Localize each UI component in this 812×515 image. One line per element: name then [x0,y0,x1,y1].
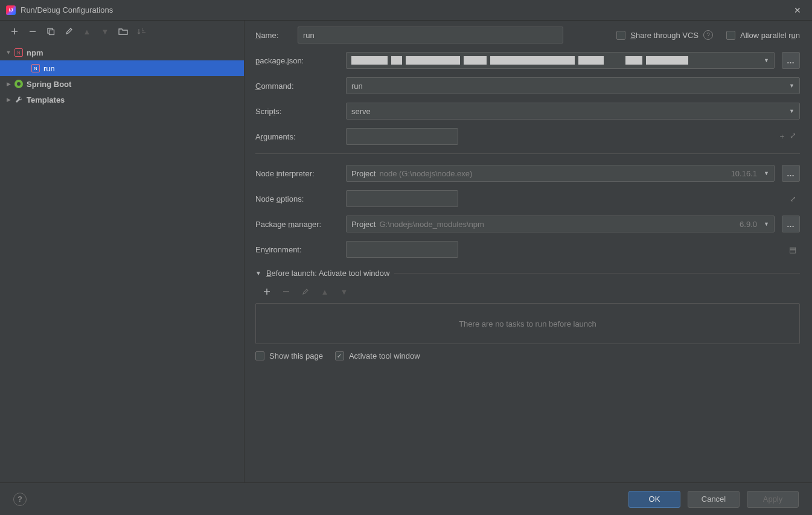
scripts-select[interactable]: serve ▼ [346,103,800,120]
checkbox-icon [726,31,735,40]
command-value: run [351,82,363,91]
wrench-icon [13,95,24,104]
share-vcs-checkbox[interactable]: Share through VCS ? [616,30,713,40]
move-up-button[interactable]: ▲ [78,23,95,40]
svg-rect-1 [50,30,54,35]
copy-config-button[interactable] [42,23,59,40]
parallel-run-checkbox[interactable]: Allow parallel run [726,31,800,40]
move-down-button[interactable]: ▼ [97,23,113,40]
node-interpreter-label: Node interpreter: [255,169,339,178]
tree-node-label: Templates [27,95,65,104]
tree-node-templates[interactable]: ▶ Templates [0,92,244,107]
chevron-down-icon: ▼ [789,108,794,114]
environment-input[interactable] [346,241,458,258]
checkbox-icon [255,351,264,360]
config-form: Name: Share through VCS ? Allow parallel… [245,21,812,482]
node-interpreter-prefix: Project [351,169,376,178]
add-task-button[interactable] [260,285,273,298]
window-title: Run/Debug Configurations [21,5,789,14]
help-icon[interactable]: ? [703,30,713,40]
browse-button[interactable]: … [782,165,800,182]
before-launch-label: Before launch: Activate tool window [266,269,390,278]
add-icon[interactable]: ＋ [778,131,786,142]
ok-button[interactable]: OK [628,491,680,508]
chevron-down-icon: ▼ [789,83,794,89]
empty-tasks-placeholder: There are no tasks to run before launch [255,303,800,344]
browse-button[interactable]: … [782,216,800,232]
expand-icon[interactable]: ⤢ [790,131,796,142]
chevron-right-icon: ▶ [4,97,13,103]
package-manager-prefix: Project [351,220,376,229]
checkbox-icon [616,31,625,40]
command-select[interactable]: run ▼ [346,77,800,94]
tree-node-npm[interactable]: ▼ N npm [0,45,244,60]
node-options-input[interactable] [346,190,458,207]
remove-config-button[interactable] [24,23,41,40]
activate-tool-window-checkbox[interactable]: Activate tool window [335,351,420,360]
edit-task-button[interactable] [299,285,312,298]
tree-node-label: run [43,64,55,73]
tree-node-label: Spring Boot [27,80,71,89]
command-label: Command: [255,82,339,91]
move-task-up-button[interactable]: ▲ [318,285,331,298]
show-this-page-checkbox[interactable]: Show this page [255,351,323,360]
add-config-button[interactable] [6,23,23,40]
activate-tool-window-label: Activate tool window [349,351,420,360]
redacted-path [347,53,756,68]
node-interpreter-version: 10.16.1 [731,169,757,178]
npm-icon: N [13,48,24,57]
edit-defaults-button[interactable] [60,23,77,40]
arguments-input[interactable] [346,128,458,145]
share-vcs-label: Share through VCS [630,31,699,40]
config-tree[interactable]: ▼ N npm N run ▶ Spring Boot ▶ Templates [0,42,244,482]
move-task-down-button[interactable]: ▼ [337,285,351,298]
node-interpreter-select[interactable]: Project node (G:\nodejs\node.exe) 10.16.… [346,165,775,182]
environment-label: Environment: [255,245,339,254]
tree-node-label: npm [27,48,43,57]
name-label: Name: [255,31,287,40]
dialog-footer: ? OK Cancel Apply [0,482,812,515]
name-input[interactable] [298,27,563,43]
tree-toolbar: ▲ ▼ [0,21,244,42]
help-button[interactable]: ? [13,493,27,506]
sort-button[interactable] [133,23,150,40]
close-icon[interactable]: ✕ [789,3,806,18]
package-manager-select[interactable]: Project G:\nodejs\node_modules\npm 6.9.0… [346,216,775,232]
chevron-right-icon: ▶ [4,81,13,87]
scripts-label: Scripts: [255,107,339,116]
node-options-label: Node options: [255,194,339,203]
config-tree-panel: ▲ ▼ ▼ N npm N run ▶ Spring Boot [0,21,245,482]
parallel-run-label: Allow parallel run [740,31,800,40]
package-manager-path: G:\nodejs\node_modules\npm [379,220,484,229]
npm-icon: N [30,64,41,72]
chevron-down-icon[interactable]: ▼ [255,270,261,277]
apply-button[interactable]: Apply [747,491,799,508]
app-icon: IJ [6,5,16,15]
separator [255,153,800,154]
scripts-value: serve [351,107,371,116]
chevron-down-icon: ▼ [764,57,769,63]
package-json-label: package.json: [255,56,339,65]
list-icon[interactable]: ▤ [789,245,796,254]
chevron-down-icon: ▼ [764,170,769,176]
package-manager-label: Package manager: [255,220,339,229]
spring-icon [13,80,24,88]
expand-icon[interactable]: ⤢ [790,194,796,203]
folder-button[interactable] [115,23,132,40]
arguments-label: Arguments: [255,132,339,141]
before-launch-toolbar: ▲ ▼ [255,283,800,301]
remove-task-button[interactable] [280,285,293,298]
before-launch-section: ▼ Before launch: Activate tool window [255,269,800,278]
checkbox-checked-icon [335,351,344,360]
chevron-down-icon: ▼ [764,221,769,227]
show-this-page-label: Show this page [269,351,323,360]
package-manager-version: 6.9.0 [740,220,757,229]
cancel-button[interactable]: Cancel [688,491,740,508]
browse-button[interactable]: … [782,52,800,69]
titlebar: IJ Run/Debug Configurations ✕ [0,0,812,21]
tree-node-run[interactable]: N run [0,60,244,76]
package-json-input[interactable]: ▼ [346,52,775,69]
node-interpreter-path: node (G:\nodejs\node.exe) [379,169,472,178]
chevron-down-icon: ▼ [4,50,13,56]
tree-node-spring-boot[interactable]: ▶ Spring Boot [0,76,244,92]
